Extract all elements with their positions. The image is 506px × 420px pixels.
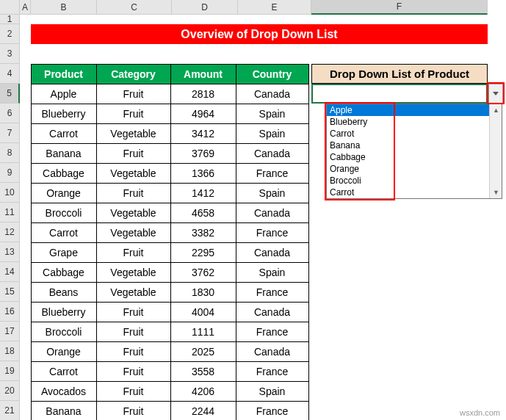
cell-category[interactable]: Fruit (96, 322, 171, 342)
cell-product[interactable]: Broccoli (31, 322, 97, 342)
dropdown-item[interactable]: Banana (327, 140, 502, 151)
cell-category[interactable]: Vegetable (96, 282, 171, 303)
dropdown-item[interactable]: Cabbage (327, 151, 502, 163)
row-header-13[interactable]: 13 (0, 242, 20, 262)
cell-category[interactable]: Fruit (96, 242, 171, 263)
cell-amount[interactable]: 4658 (170, 203, 236, 223)
dropdown-item[interactable]: Orange (327, 163, 502, 175)
cell-product[interactable]: Blueberry (31, 302, 97, 322)
cell-category[interactable]: Fruit (96, 401, 171, 421)
cell-product[interactable]: Carrot (31, 222, 97, 243)
dropdown-item[interactable]: Carrot (327, 128, 502, 140)
cell-country[interactable]: France (236, 361, 309, 382)
row-header-21[interactable]: 21 (0, 401, 20, 420)
col-header-C[interactable]: C (97, 0, 172, 15)
cell-amount[interactable]: 3769 (170, 143, 236, 164)
select-all-corner[interactable] (0, 0, 20, 15)
cell-amount[interactable]: 1366 (170, 163, 236, 184)
row-header-8[interactable]: 8 (0, 143, 20, 163)
cell-category[interactable]: Vegetable (96, 203, 171, 223)
row-header-18[interactable]: 18 (0, 341, 20, 361)
cell-product[interactable]: Cabbage (31, 163, 97, 184)
cell-product[interactable]: Banana (31, 143, 97, 164)
dropdown-list[interactable]: Apple Blueberry Carrot Banana Cabbage Or… (326, 104, 502, 199)
cell-product[interactable]: Carrot (31, 123, 97, 144)
cell-amount[interactable]: 3412 (170, 123, 236, 144)
cell-country[interactable]: Spain (236, 123, 309, 144)
cell-amount[interactable]: 2818 (170, 84, 236, 104)
row-header-3[interactable]: 3 (0, 44, 20, 64)
cell-category[interactable]: Fruit (96, 381, 171, 402)
row-header-5[interactable]: 5 (0, 84, 20, 104)
cell-amount[interactable]: 4206 (170, 381, 236, 402)
cell-amount[interactable]: 4964 (170, 104, 236, 124)
cell-category[interactable]: Vegetable (96, 222, 171, 243)
th-country[interactable]: Country (236, 64, 309, 84)
cell-amount[interactable]: 1830 (170, 282, 236, 303)
cell-category[interactable]: Vegetable (96, 123, 171, 144)
dropdown-item[interactable]: Apple (327, 104, 502, 116)
cell-amount[interactable]: 2295 (170, 242, 236, 263)
cell-product[interactable]: Broccoli (31, 203, 97, 223)
row-header-4[interactable]: 4 (0, 64, 20, 84)
cell-product[interactable]: Cabbage (31, 262, 97, 283)
cell-country[interactable]: France (236, 163, 309, 184)
cell-amount[interactable]: 3762 (170, 262, 236, 283)
cell-product[interactable]: Beans (31, 282, 97, 303)
row-header-11[interactable]: 11 (0, 203, 20, 222)
cell-category[interactable]: Fruit (96, 143, 171, 164)
cell-country[interactable]: Canada (236, 84, 309, 104)
cell-product[interactable]: Carrot (31, 361, 97, 382)
cell-amount[interactable]: 4004 (170, 302, 236, 322)
cell-category[interactable]: Vegetable (96, 262, 171, 283)
col-header-E[interactable]: E (238, 0, 311, 15)
cell-amount[interactable]: 3382 (170, 222, 236, 243)
dropdown-arrow-icon[interactable] (488, 84, 503, 104)
th-amount[interactable]: Amount (170, 64, 236, 84)
cell-amount[interactable]: 2025 (170, 341, 236, 362)
scroll-down-icon[interactable]: ▼ (490, 187, 502, 198)
row-header-15[interactable]: 15 (0, 282, 20, 302)
row-header-14[interactable]: 14 (0, 262, 20, 282)
dropdown-item[interactable]: Carrot (327, 187, 502, 198)
cell-country[interactable]: Canada (236, 143, 309, 164)
row-header-10[interactable]: 10 (0, 183, 20, 203)
cell-amount[interactable]: 1111 (170, 322, 236, 342)
col-header-D[interactable]: D (172, 0, 238, 15)
cell-product[interactable]: Apple (31, 84, 97, 104)
cell-product[interactable]: Orange (31, 341, 97, 362)
row-header-17[interactable]: 17 (0, 322, 20, 341)
row-header-12[interactable]: 12 (0, 222, 20, 242)
cell-category[interactable]: Fruit (96, 341, 171, 362)
row-header-19[interactable]: 19 (0, 361, 20, 381)
row-header-1[interactable]: 1 (0, 15, 20, 24)
cell-amount[interactable]: 1412 (170, 183, 236, 203)
col-header-A[interactable]: A (20, 0, 31, 15)
row-header-9[interactable]: 9 (0, 163, 20, 183)
cell-country[interactable]: Spain (236, 262, 309, 283)
cell-amount[interactable]: 3558 (170, 361, 236, 382)
dropdown-cell[interactable] (311, 84, 488, 104)
cell-country[interactable]: Spain (236, 104, 309, 124)
cell-product[interactable]: Banana (31, 401, 97, 421)
cell-country[interactable]: France (236, 282, 309, 303)
cell-product[interactable]: Avocados (31, 381, 97, 402)
cell-product[interactable]: Grape (31, 242, 97, 263)
cell-category[interactable]: Vegetable (96, 163, 171, 184)
row-header-6[interactable]: 6 (0, 104, 20, 123)
dropdown-item[interactable]: Blueberry (327, 116, 502, 128)
cell-category[interactable]: Fruit (96, 361, 171, 382)
cell-category[interactable]: Fruit (96, 302, 171, 322)
cell-amount[interactable]: 2244 (170, 401, 236, 421)
cell-category[interactable]: Fruit (96, 183, 171, 203)
th-product[interactable]: Product (31, 64, 97, 84)
cell-country[interactable]: France (236, 322, 309, 342)
row-header-20[interactable]: 20 (0, 381, 20, 401)
dropdown-item[interactable]: Broccoli (327, 175, 502, 187)
col-header-B[interactable]: B (31, 0, 97, 15)
th-category[interactable]: Category (96, 64, 171, 84)
cell-country[interactable]: France (236, 401, 309, 421)
cell-country[interactable]: Spain (236, 381, 309, 402)
dropdown-header[interactable]: Drop Down List of Product (311, 64, 488, 84)
cell-country[interactable]: Spain (236, 183, 309, 203)
